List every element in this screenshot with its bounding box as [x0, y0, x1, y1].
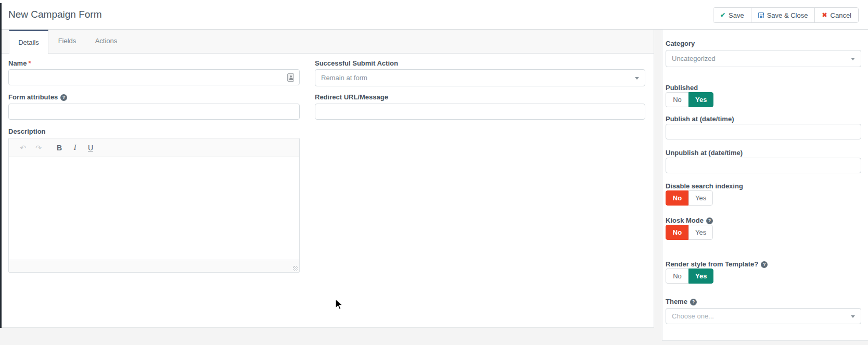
theme-select[interactable]: Choose one... [666, 308, 861, 324]
undo-icon[interactable]: ↶ [16, 141, 30, 155]
kiosk-no-button[interactable]: No [666, 225, 688, 240]
new-campaign-form-page: New Campaign Form ✔ Save Save & Close ✖ … [0, 0, 868, 345]
bold-icon[interactable]: B [53, 141, 66, 155]
render-style-yes-button[interactable]: Yes [688, 269, 713, 284]
theme-label: Theme? [666, 298, 697, 305]
form-details-panel: Details Fields Actions Name* Form attrib… [2, 30, 654, 328]
tab-details[interactable]: Details [9, 30, 48, 54]
unpublish-at-input[interactable] [666, 158, 861, 173]
theme-placeholder: Choose one... [672, 312, 714, 320]
save-and-close-label: Save & Close [767, 11, 808, 19]
form-attributes-input[interactable] [8, 104, 300, 120]
published-no-button[interactable]: No [666, 92, 688, 107]
italic-icon[interactable]: I [68, 141, 82, 155]
check-icon: ✔ [720, 11, 725, 19]
help-icon[interactable]: ? [761, 261, 768, 268]
help-icon[interactable]: ? [60, 94, 67, 101]
tab-fields[interactable]: Fields [49, 30, 85, 54]
submit-action-label: Successful Submit Action [315, 59, 398, 67]
category-select[interactable]: Uncategorized [666, 50, 861, 67]
floppy-disk-icon [758, 12, 764, 18]
help-icon[interactable]: ? [706, 218, 713, 224]
render-style-toggle: No Yes [666, 269, 713, 284]
save-and-close-button[interactable]: Save & Close [751, 8, 815, 22]
page-header: New Campaign Form ✔ Save Save & Close ✖ … [0, 0, 868, 30]
publish-options-sidebar: Category Uncategorized Published No Yes … [662, 30, 868, 341]
chevron-down-icon [851, 58, 855, 60]
mouse-cursor [335, 299, 344, 313]
category-label: Category [666, 40, 695, 47]
submit-action-select[interactable]: Remain at form [315, 69, 645, 86]
kiosk-mode-label: Kiosk Mode? [666, 216, 713, 224]
tab-strip: Details Fields Actions [2, 30, 654, 54]
chevron-down-icon [635, 77, 639, 80]
kiosk-mode-toggle: No Yes [666, 225, 713, 240]
disable-search-indexing-toggle: No Yes [666, 190, 713, 206]
render-style-no-button[interactable]: No [666, 269, 688, 284]
description-label: Description [8, 127, 46, 135]
kiosk-yes-button[interactable]: Yes [688, 225, 713, 240]
render-style-label: Render style from Template?? [666, 260, 768, 268]
resize-grip-icon[interactable] [293, 266, 298, 271]
disable-search-yes-button[interactable]: Yes [688, 190, 713, 206]
redo-icon[interactable]: ↷ [32, 141, 45, 155]
publish-at-input[interactable] [666, 124, 861, 139]
published-toggle: No Yes [666, 92, 713, 107]
name-label: Name* [8, 59, 31, 67]
submit-action-value: Remain at form [321, 74, 367, 82]
unpublish-at-label: Unpublish at (date/time) [666, 149, 743, 157]
published-yes-button[interactable]: Yes [688, 92, 713, 107]
editor-toolbar: ↶ ↷ B I U [9, 138, 299, 157]
browser-autofill-icon[interactable] [287, 73, 294, 82]
description-rich-text-editor: ↶ ↷ B I U [8, 138, 300, 273]
redirect-url-input[interactable] [315, 104, 645, 120]
tab-actions[interactable]: Actions [85, 30, 127, 54]
form-attributes-label: Form attributes? [8, 93, 67, 101]
close-icon: ✖ [822, 11, 827, 19]
page-title: New Campaign Form [8, 0, 102, 29]
required-asterisk: * [28, 59, 31, 67]
header-action-buttons: ✔ Save Save & Close ✖ Cancel [713, 7, 859, 23]
cancel-button-label: Cancel [831, 11, 851, 19]
save-button[interactable]: ✔ Save [713, 8, 751, 22]
redirect-url-label: Redirect URL/Message [315, 93, 388, 101]
help-icon[interactable]: ? [690, 299, 697, 305]
disable-search-indexing-label: Disable search indexing [666, 182, 743, 190]
underline-icon[interactable]: U [84, 141, 97, 155]
disable-search-no-button[interactable]: No [666, 190, 688, 206]
category-value: Uncategorized [672, 55, 716, 62]
description-editor-body[interactable] [9, 157, 299, 260]
save-button-label: Save [729, 11, 744, 19]
cancel-button[interactable]: ✖ Cancel [815, 8, 858, 22]
publish-at-label: Publish at (date/time) [666, 115, 734, 123]
chevron-down-icon [851, 315, 855, 318]
name-input[interactable] [8, 69, 300, 85]
published-label: Published [666, 84, 698, 92]
editor-status-bar [9, 260, 299, 272]
